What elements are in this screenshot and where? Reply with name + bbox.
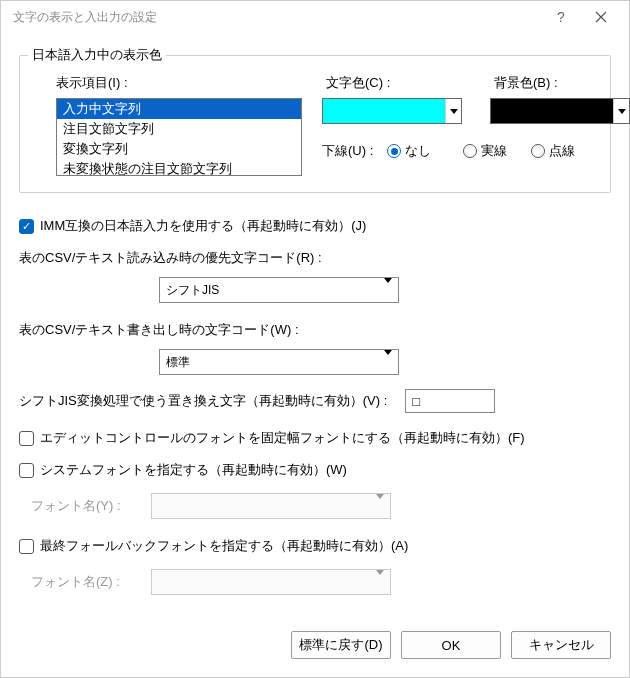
- fallback-name-label: フォント名(Z) :: [31, 573, 141, 591]
- csv-write-select[interactable]: 標準: [159, 349, 399, 375]
- help-button[interactable]: ?: [541, 1, 581, 33]
- underline-label: 下線(U) :: [322, 142, 373, 160]
- radio-icon: [463, 144, 477, 158]
- sysfont-name-label: フォント名(Y) :: [31, 497, 141, 515]
- list-item[interactable]: 注目文節文字列: [57, 119, 301, 139]
- checkbox-icon: [19, 431, 34, 446]
- group-legend: 日本語入力中の表示色: [28, 46, 166, 64]
- bg-color-swatch: [491, 99, 613, 123]
- fixed-font-checkbox-row[interactable]: エディットコントロールのフォントを固定幅フォントにする（再起動時に有効）(F): [19, 429, 611, 447]
- text-color-swatch: [323, 99, 445, 123]
- csv-read-label: 表のCSV/テキスト読み込み時の優先文字コード(R) :: [19, 249, 611, 267]
- ok-button[interactable]: OK: [401, 631, 501, 659]
- sysfont-checkbox-row[interactable]: システムフォントを指定する（再起動時に有効）(W): [19, 461, 611, 479]
- list-item[interactable]: 入力中文字列: [57, 99, 301, 119]
- sysfont-name-select: [151, 493, 391, 519]
- chevron-down-icon: [376, 575, 384, 590]
- sjis-replace-label: シフトJIS変換処理で使う置き換え文字（再起動時に有効）(V) :: [19, 392, 387, 410]
- bg-color-picker[interactable]: [490, 98, 630, 124]
- cancel-button[interactable]: キャンセル: [511, 631, 611, 659]
- close-button[interactable]: [581, 1, 621, 33]
- list-item[interactable]: 変換文字列: [57, 139, 301, 159]
- csv-write-label: 表のCSV/テキスト書き出し時の文字コード(W) :: [19, 321, 611, 339]
- csv-read-value: シフトJIS: [166, 282, 219, 299]
- checkbox-icon: ✓: [19, 219, 34, 234]
- sysfont-label: システムフォントを指定する（再起動時に有効）(W): [40, 461, 347, 479]
- text-color-label: 文字色(C) :: [322, 74, 462, 92]
- radio-icon: [531, 144, 545, 158]
- reset-label: 標準に戻す(D): [299, 636, 382, 654]
- dialog-window: 文字の表示と入出力の設定 ? 日本語入力中の表示色 表示項目(I) : 入力中文…: [0, 0, 630, 678]
- csv-read-select[interactable]: シフトJIS: [159, 277, 399, 303]
- reset-button[interactable]: 標準に戻す(D): [291, 631, 391, 659]
- close-icon: [595, 11, 607, 23]
- fallback-name-select: [151, 569, 391, 595]
- ok-label: OK: [442, 638, 461, 653]
- dialog-footer: 標準に戻す(D) OK キャンセル: [1, 627, 629, 677]
- chevron-down-icon: [613, 99, 629, 123]
- checkbox-icon: [19, 539, 34, 554]
- cancel-label: キャンセル: [529, 636, 594, 654]
- ime-color-group: 日本語入力中の表示色 表示項目(I) : 入力中文字列 注目文節文字列 変換文字…: [19, 55, 611, 193]
- underline-radio-none[interactable]: なし: [387, 142, 431, 160]
- display-item-list[interactable]: 入力中文字列 注目文節文字列 変換文字列 未変換状態の注目文節文字列: [56, 98, 302, 176]
- csv-write-value: 標準: [166, 354, 190, 371]
- display-item-label: 表示項目(I) :: [38, 74, 302, 92]
- imm-label: IMM互換の日本語入力を使用する（再起動時に有効）(J): [40, 217, 366, 235]
- radio-label: 実線: [481, 142, 507, 160]
- content-area: 日本語入力中の表示色 表示項目(I) : 入力中文字列 注目文節文字列 変換文字…: [1, 33, 629, 627]
- radio-icon: [387, 144, 401, 158]
- bg-color-label: 背景色(B) :: [490, 74, 630, 92]
- chevron-down-icon: [384, 283, 392, 297]
- window-title: 文字の表示と入出力の設定: [13, 9, 541, 26]
- fixed-font-label: エディットコントロールのフォントを固定幅フォントにする（再起動時に有効）(F): [40, 429, 525, 447]
- chevron-down-icon: [445, 99, 461, 123]
- chevron-down-icon: [384, 355, 392, 369]
- fallback-checkbox-row[interactable]: 最終フォールバックフォントを指定する（再起動時に有効）(A): [19, 537, 611, 555]
- chevron-down-icon: [376, 499, 384, 514]
- fallback-label: 最終フォールバックフォントを指定する（再起動時に有効）(A): [40, 537, 408, 555]
- underline-radio-solid[interactable]: 実線: [463, 142, 507, 160]
- imm-checkbox-row[interactable]: ✓ IMM互換の日本語入力を使用する（再起動時に有効）(J): [19, 217, 611, 235]
- underline-radio-dotted[interactable]: 点線: [531, 142, 575, 160]
- list-item[interactable]: 未変換状態の注目文節文字列: [57, 159, 301, 176]
- sjis-replace-input[interactable]: [405, 389, 495, 413]
- radio-label: なし: [405, 142, 431, 160]
- titlebar: 文字の表示と入出力の設定 ?: [1, 1, 629, 33]
- checkbox-icon: [19, 463, 34, 478]
- radio-label: 点線: [549, 142, 575, 160]
- text-color-picker[interactable]: [322, 98, 462, 124]
